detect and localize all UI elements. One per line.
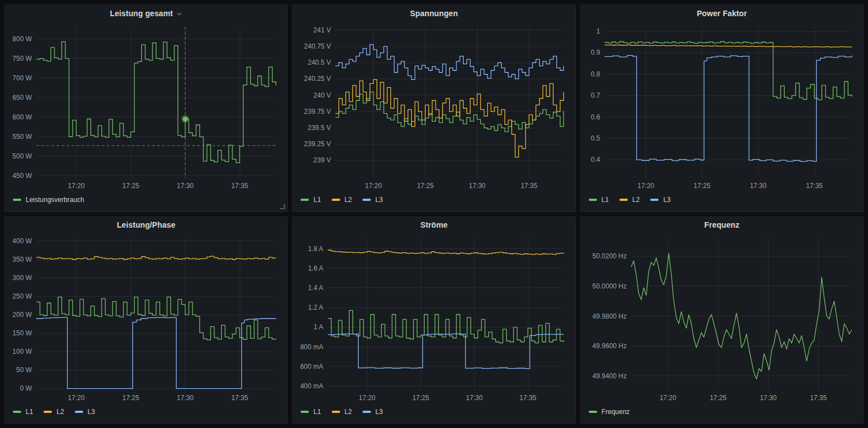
legend-swatch [13, 199, 21, 201]
legend-item-l3[interactable]: L3 [363, 408, 383, 416]
svg-text:239.5 V: 239.5 V [308, 124, 331, 132]
panel-power-faktor: Power Faktor 0.40.50.60.70.80.9117:2017:… [580, 4, 864, 212]
series-line-leistungsverbrauch [36, 42, 276, 163]
panel-header[interactable]: Leistung gesamt [5, 5, 287, 21]
x-axis-labels: 17:2017:2517:3017:35 [637, 182, 823, 190]
svg-text:240.75 V: 240.75 V [304, 42, 331, 50]
legend-item-l2[interactable]: L2 [332, 408, 352, 416]
legend-swatch [301, 199, 309, 201]
svg-text:800 W: 800 W [12, 35, 32, 43]
svg-text:1: 1 [596, 27, 600, 35]
x-axis-labels: 17:2017:2517:3017:35 [359, 394, 537, 402]
panel-header[interactable]: Spannungen [293, 5, 575, 21]
svg-text:17:35: 17:35 [519, 394, 536, 402]
svg-text:17:30: 17:30 [750, 182, 766, 190]
power-faktor-chart[interactable]: 0.40.50.60.70.80.9117:2017:2517:3017:35 [584, 21, 860, 193]
stroeme-chart[interactable]: 400 mA600 mA800 mA1 A1.2 A1.4 A1.6 A1.8 … [296, 233, 571, 405]
svg-text:240.25 V: 240.25 V [304, 75, 331, 83]
svg-text:0.7: 0.7 [590, 92, 600, 99]
spannungen-chart[interactable]: 239 V239.25 V239.5 V239.75 V240 V240.25 … [296, 21, 571, 193]
legend-label: L2 [56, 408, 64, 416]
panel-header[interactable]: Power Faktor [581, 5, 863, 21]
legend-swatch [650, 199, 659, 201]
legend-item-l3[interactable]: L3 [75, 408, 95, 416]
svg-text:17:35: 17:35 [806, 182, 823, 190]
legend-label: L2 [345, 196, 352, 204]
legend: L1L2L3 [293, 404, 575, 423]
legend-label: L3 [88, 408, 95, 416]
legend: Leistungsverbrauch [5, 193, 287, 211]
chart-canvas: 49.9400 Hz49.9600 Hz49.9800 Hz50.0000 Hz… [584, 233, 860, 405]
svg-text:17:20: 17:20 [68, 394, 85, 402]
svg-text:450 W: 450 W [12, 172, 32, 180]
svg-text:1.4 A: 1.4 A [308, 283, 323, 291]
svg-text:17:25: 17:25 [122, 182, 139, 190]
legend-item-l2[interactable]: L2 [332, 196, 352, 204]
panel-header[interactable]: Frequenz [581, 217, 863, 233]
svg-text:239.75 V: 239.75 V [304, 108, 331, 116]
legend-label: L1 [313, 408, 321, 416]
y-axis-labels: 49.9400 Hz49.9600 Hz49.9800 Hz50.0000 Hz… [592, 252, 626, 379]
svg-text:17:35: 17:35 [231, 394, 248, 402]
svg-text:17:25: 17:25 [122, 394, 139, 402]
panel-title: Frequenz [704, 220, 740, 229]
svg-text:650 W: 650 W [12, 94, 32, 102]
svg-text:400 mA: 400 mA [301, 382, 323, 389]
svg-text:17:20: 17:20 [660, 394, 676, 402]
legend-item-l1[interactable]: L1 [301, 408, 321, 416]
legend-item-frequenz[interactable]: Frequenz [589, 408, 630, 416]
svg-text:350 W: 350 W [12, 256, 32, 263]
svg-text:600 mA: 600 mA [301, 362, 323, 370]
legend-swatch [301, 411, 309, 413]
svg-text:49.9800 Hz: 49.9800 Hz [592, 312, 626, 320]
svg-text:49.9400 Hz: 49.9400 Hz [592, 372, 626, 379]
x-axis-labels: 17:2017:2517:3017:35 [68, 394, 249, 402]
legend-item-l1[interactable]: L1 [301, 196, 321, 204]
legend: L1L2L3 [581, 193, 863, 211]
svg-text:200 W: 200 W [12, 311, 32, 319]
svg-text:0.9: 0.9 [590, 49, 600, 56]
panel-title: Leistung/Phase [117, 220, 175, 229]
svg-text:1 A: 1 A [314, 323, 323, 331]
legend-label: Frequenz [602, 408, 630, 416]
chart-canvas: 0 W50 W100 W150 W200 W250 W300 W350 W400… [8, 233, 284, 405]
panel-resize-handle[interactable] [280, 204, 285, 209]
panel-frequenz: Frequenz 49.9400 Hz49.9600 Hz49.9800 Hz5… [580, 217, 864, 424]
legend-item-l2[interactable]: L2 [44, 408, 64, 416]
legend-item-l1[interactable]: L1 [13, 408, 33, 416]
chart-canvas: 450 W500 W550 W600 W650 W700 W750 W800 W… [8, 21, 284, 193]
leistung-gesamt-chart[interactable]: 450 W500 W550 W600 W650 W700 W750 W800 W… [8, 21, 284, 193]
svg-text:800 mA: 800 mA [301, 343, 323, 350]
chart-canvas: 239 V239.25 V239.5 V239.75 V240 V240.25 … [296, 21, 571, 193]
legend-label: L3 [375, 408, 383, 416]
svg-text:17:30: 17:30 [177, 182, 194, 190]
svg-text:1.2 A: 1.2 A [308, 304, 323, 311]
chevron-down-icon[interactable] [176, 11, 183, 17]
leistung-phase-chart[interactable]: 0 W50 W100 W150 W200 W250 W300 W350 W400… [8, 233, 284, 405]
legend-label: L1 [26, 408, 33, 416]
svg-text:250 W: 250 W [12, 292, 32, 300]
frequenz-chart[interactable]: 49.9400 Hz49.9600 Hz49.9800 Hz50.0000 Hz… [584, 233, 860, 405]
legend-label: L2 [632, 196, 640, 204]
y-axis-labels: 400 mA600 mA800 mA1 A1.2 A1.4 A1.6 A1.8 … [301, 244, 323, 389]
svg-text:1.6 A: 1.6 A [308, 264, 323, 272]
legend-swatch [75, 411, 83, 413]
legend-item-l3[interactable]: L3 [363, 196, 383, 204]
panel-header[interactable]: Ströme [293, 217, 575, 233]
legend-item-l2[interactable]: L2 [619, 196, 640, 204]
svg-text:400 W: 400 W [12, 237, 32, 244]
panel-header[interactable]: Leistung/Phase [5, 217, 287, 233]
legend-label: L3 [663, 196, 670, 204]
legend-item-l1[interactable]: L1 [589, 196, 609, 204]
svg-text:17:20: 17:20 [365, 182, 382, 190]
svg-text:0.6: 0.6 [590, 113, 600, 121]
legend-swatch [619, 199, 628, 201]
svg-text:1.8 A: 1.8 A [308, 244, 323, 252]
svg-text:0 W: 0 W [20, 384, 32, 392]
legend-item-l3[interactable]: L3 [650, 196, 670, 204]
svg-text:17:35: 17:35 [521, 182, 537, 190]
panel-leistung-gesamt: Leistung gesamt 450 W500 W550 W600 W650 … [4, 4, 288, 212]
legend-item-leistungsverbrauch[interactable]: Leistungsverbrauch [13, 196, 84, 204]
svg-text:100 W: 100 W [12, 348, 32, 355]
svg-text:17:25: 17:25 [412, 394, 429, 402]
